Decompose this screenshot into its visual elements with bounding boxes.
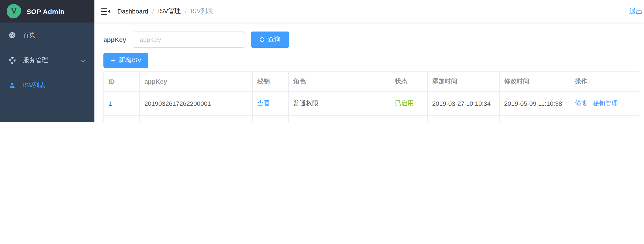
add-isv-button-label: 新增ISV <box>119 56 142 64</box>
cell-role: 普通权限 <box>288 92 390 115</box>
column-header: appKey <box>140 71 252 92</box>
topbar: Dashboard / ISV管理 / ISV列表 退出 <box>94 0 644 23</box>
cell-operations: 修改秘钥管理 <box>570 92 639 115</box>
table-body: 12019032617262200001查看普通权限已启用2019-03-27 … <box>104 92 639 122</box>
user-icon <box>8 82 16 89</box>
view-secret-link[interactable]: 查看 <box>257 100 270 107</box>
app-window: V SOP Admin 首页 <box>0 0 644 122</box>
plus-icon <box>110 57 116 63</box>
sidebar-item-home[interactable]: 首页 <box>0 23 94 48</box>
sidebar-item-service-management[interactable]: 服务管理 <box>0 48 94 73</box>
edit-link[interactable]: 修改 <box>575 100 587 107</box>
sidebar-item-label: 服务管理 <box>23 56 48 64</box>
search-button[interactable]: 查询 <box>251 32 289 48</box>
column-header: ID <box>104 71 140 92</box>
cell-status: 已启用 <box>390 92 428 115</box>
sidebar-menu: 首页 服务管理 <box>0 23 94 98</box>
table-header-row: IDappKey秘钥角色状态添加时间修改时间操作 <box>104 71 639 92</box>
breadcrumb-item-isv-list: ISV列表 <box>191 7 214 15</box>
service-icon <box>8 57 16 64</box>
app-title: SOP Admin <box>26 8 64 15</box>
search-form: appKey 查询 <box>104 32 289 48</box>
main-content: appKey 查询 新增ISV <box>94 23 644 122</box>
breadcrumb-separator: / <box>152 8 154 15</box>
sidebar-item-isv-list[interactable]: ISV列表 <box>0 73 94 98</box>
logout-link[interactable]: 退出 <box>629 7 643 16</box>
secret-manage-link[interactable]: 秘钥管理 <box>593 100 618 107</box>
column-header: 角色 <box>288 71 390 92</box>
app-logo: V <box>7 4 21 19</box>
sidebar-item-label: ISV列表 <box>23 82 46 90</box>
column-header: 修改时间 <box>500 71 570 92</box>
sidebar-item-label: 首页 <box>23 31 36 39</box>
cell-appkey: 2019032617262200001 <box>140 92 252 115</box>
cell-status: 已禁用 <box>390 115 428 122</box>
column-header: 添加时间 <box>428 71 500 92</box>
cell-appkey: asdfasdf <box>140 115 252 122</box>
sidebar-toggle-icon[interactable] <box>101 7 110 15</box>
cell-role <box>288 115 390 122</box>
cell-secret: 查看 <box>252 115 288 122</box>
cell-created-time: 2019-03-27 10:10:34 <box>428 92 500 115</box>
isv-table: IDappKey秘钥角色状态添加时间修改时间操作 120190326172622… <box>104 71 639 122</box>
cell-id: 1 <box>104 92 140 115</box>
add-isv-button[interactable]: 新增ISV <box>104 53 148 68</box>
cell-updated-time: 2019-05-11 10:45:01 <box>500 115 570 122</box>
search-button-label: 查询 <box>268 36 280 44</box>
column-header: 状态 <box>390 71 428 92</box>
cell-created-time: 2019-03-27 11:01:11 <box>428 115 500 122</box>
logo-bar: V SOP Admin <box>0 0 94 23</box>
breadcrumb: Dashboard / ISV管理 / ISV列表 <box>118 7 214 15</box>
breadcrumb-item-dashboard[interactable]: Dashboard <box>118 8 148 15</box>
chevron-down-icon <box>80 58 86 63</box>
breadcrumb-separator: / <box>185 8 187 15</box>
table-row: 12019032617262200001查看普通权限已启用2019-03-27 … <box>104 92 639 115</box>
cell-operations: 修改秘钥管理 <box>570 115 639 122</box>
table-row: 3asdfasdf查看已禁用2019-03-27 11:01:112019-05… <box>104 115 639 122</box>
search-label: appKey <box>104 36 126 43</box>
sidebar: V SOP Admin 首页 <box>0 0 94 122</box>
dashboard-icon <box>8 32 16 39</box>
breadcrumb-item-isv-management[interactable]: ISV管理 <box>158 7 181 15</box>
search-input[interactable] <box>132 32 245 48</box>
cell-secret: 查看 <box>252 92 288 115</box>
column-header: 操作 <box>570 71 639 92</box>
column-header: 秘钥 <box>252 71 288 92</box>
search-icon <box>259 37 265 43</box>
cell-updated-time: 2019-05-09 11:10:38 <box>500 92 570 115</box>
cell-id: 3 <box>104 115 140 122</box>
